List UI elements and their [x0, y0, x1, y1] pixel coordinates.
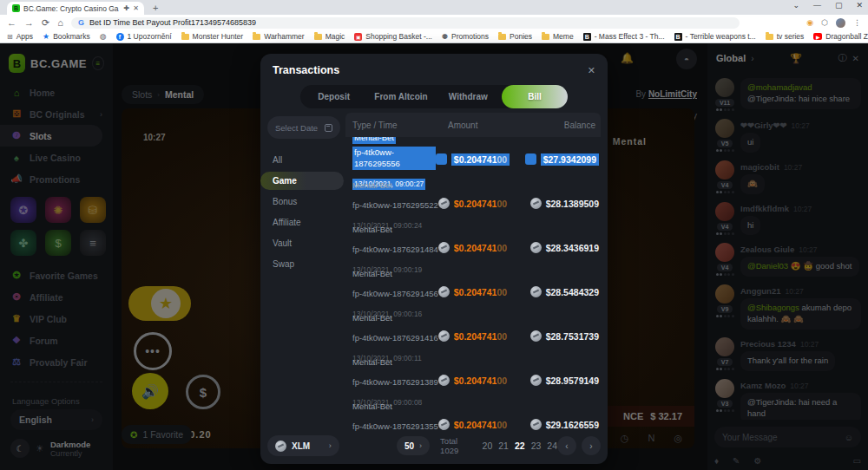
bookmark-folder[interactable]: Monster Hunter — [181, 32, 244, 41]
star-icon: ★ — [43, 32, 49, 41]
table-header: Type / Time Amount Balance — [345, 113, 601, 137]
folder-icon — [181, 34, 189, 40]
bookmark-folder[interactable]: tv series — [766, 32, 805, 41]
page-number[interactable]: 22 — [515, 441, 525, 451]
filter-swap[interactable]: Swap — [260, 255, 345, 273]
bookmark-item[interactable]: B- Mass Effect 3 - Th... — [583, 32, 665, 41]
modal-title: Transactions — [273, 64, 339, 76]
bookmark-folder[interactable]: Warhammer — [253, 32, 304, 41]
transaction-amount-cell: $0.20474100 — [438, 286, 530, 297]
xlm-coin-icon — [438, 286, 450, 297]
reload-icon[interactable]: ⟳ — [42, 18, 49, 28]
transaction-filters: All Game Bonus Affiliate Vault Swap — [260, 151, 345, 276]
transactions-modal: Transactions ✕ Deposit From Altcoin With… — [260, 54, 608, 464]
people-icon: ⚉ — [442, 33, 448, 41]
transaction-balance-cell: $28.7531739 — [530, 330, 601, 342]
folder-icon — [498, 34, 506, 40]
bookmark-folder[interactable]: Meme — [542, 32, 574, 41]
modal-close-icon[interactable]: ✕ — [588, 65, 595, 76]
select-date-button[interactable]: Select Date — [267, 116, 340, 139]
tab-bill[interactable]: Bill — [502, 85, 568, 108]
extension-icon[interactable]: ◉ — [806, 18, 813, 27]
xlm-coin-icon — [436, 153, 447, 165]
facebook-icon: f — [116, 33, 124, 41]
xlm-coin-icon — [530, 286, 542, 297]
forward-icon[interactable]: → — [24, 18, 34, 28]
tab-close-icon[interactable]: ✕ — [133, 5, 139, 12]
xlm-coin-icon — [530, 419, 542, 430]
browser-tab[interactable]: B BC.Game: Crypto Casino Ga ✚ ✕ — [7, 2, 144, 15]
xlm-coin-icon — [438, 198, 450, 209]
transaction-balance-cell: $29.1626559 — [530, 419, 601, 430]
new-tab-button[interactable]: + — [153, 3, 158, 15]
b-site-icon: B — [674, 33, 682, 41]
transaction-balance-cell: $28.1389509 — [530, 198, 601, 209]
tab-from-altcoin[interactable]: From Altcoin — [367, 92, 434, 101]
puzzle-icon[interactable]: ⬡ — [821, 18, 828, 27]
minimize-button[interactable]: — — [813, 1, 821, 10]
bookmark-folder[interactable]: Magic — [314, 32, 345, 41]
bookmarks-bar: ⊞Apps ★Bookmarks ◍ f1 Upozornění Monster… — [0, 30, 868, 43]
bookmarks-shortcut[interactable]: ★Bookmarks — [43, 32, 90, 41]
site-favicon-icon: B — [12, 4, 20, 12]
pagination-pages: 2021222324 — [483, 441, 557, 451]
page-number[interactable]: 21 — [498, 441, 509, 451]
page-size-selector[interactable]: 50 › — [397, 436, 430, 455]
transaction-row[interactable]: Mental-Betfp-4tk0ww-187629135513/10/2021… — [345, 402, 601, 433]
address-bar[interactable]: G Bet ID Time Bet Payout Profit171349574… — [71, 17, 740, 29]
bookmark-item[interactable]: ⚉Promotions — [442, 32, 489, 41]
close-window-button[interactable]: ✕ — [856, 1, 863, 10]
tab-deposit[interactable]: Deposit — [300, 92, 367, 101]
bookmark-item[interactable]: B- Terrible weapons t... — [674, 32, 756, 41]
filter-game[interactable]: Game — [260, 172, 344, 190]
bookmark-item[interactable]: ▶Dragonball Z: Battle... — [813, 32, 868, 41]
bookmark-item[interactable]: ▣Shopping Basket -... — [354, 32, 432, 41]
tab-pin-icon[interactable]: ✚ — [124, 5, 130, 12]
bookmark-facebook[interactable]: f1 Upozornění — [116, 32, 172, 41]
apps-shortcut[interactable]: ⊞Apps — [7, 32, 33, 41]
xlm-coin-icon — [525, 153, 536, 165]
profile-avatar[interactable] — [836, 18, 845, 28]
address-text: Bet ID Time Bet Payout Profit17134957468… — [89, 18, 256, 27]
transaction-amount-cell: $0.20474100 — [436, 153, 525, 166]
xlm-coin-icon — [438, 242, 450, 253]
next-page-button[interactable]: › — [582, 436, 601, 455]
filter-affiliate[interactable]: Affiliate — [260, 213, 345, 232]
home-icon[interactable]: ⌂ — [57, 18, 63, 28]
filter-vault[interactable]: Vault — [260, 234, 345, 252]
transaction-type-cell: Mental-Betfp-4tk0ww-187629135513/10/2021… — [345, 395, 438, 433]
apps-grid-icon: ⊞ — [7, 33, 13, 41]
filter-bonus[interactable]: Bonus — [260, 193, 345, 211]
chevron-right-icon: › — [329, 441, 332, 450]
xlm-coin-icon — [438, 419, 450, 430]
window-controls: ⌄ — ▢ ✕ — [792, 1, 863, 10]
filter-all[interactable]: All — [260, 151, 345, 169]
transaction-balance-cell: $27.9342099 — [525, 153, 601, 166]
xlm-coin-icon — [530, 330, 542, 342]
calendar-icon — [325, 124, 332, 132]
transaction-tabs: Deposit From Altcoin Withdraw Bill — [300, 85, 568, 108]
maximize-button[interactable]: ▢ — [835, 1, 843, 10]
currency-selector[interactable]: XLM › — [267, 435, 339, 456]
xlm-coin-icon — [530, 242, 542, 253]
bookmark-folder[interactable]: Ponies — [498, 32, 532, 41]
google-icon: G — [78, 18, 84, 27]
kebab-menu-icon[interactable]: ⋮ — [853, 18, 861, 27]
page-number[interactable]: 20 — [483, 441, 493, 451]
globe-icon: ◍ — [100, 32, 107, 41]
tab-withdraw[interactable]: Withdraw — [435, 92, 502, 101]
transaction-balance-cell: $28.9579149 — [530, 375, 601, 386]
youtube-icon: ▶ — [813, 33, 822, 40]
page-number[interactable]: 24 — [547, 441, 557, 451]
bookmark-globe[interactable]: ◍ — [100, 32, 107, 41]
folder-icon — [766, 34, 773, 40]
transaction-balance-cell: $28.5484329 — [530, 286, 601, 297]
page-number[interactable]: 23 — [531, 441, 542, 451]
back-icon[interactable]: ← — [7, 18, 16, 28]
prev-page-button[interactable]: ‹ — [557, 436, 576, 455]
modal-footer: XLM › 50 › Total 1029 2021222324 ‹ › — [260, 434, 608, 457]
chevron-right-icon: › — [419, 441, 422, 450]
transaction-amount-cell: $0.20474100 — [438, 198, 530, 209]
transaction-amount-cell: $0.20474100 — [438, 242, 530, 253]
chrome-menu-chevron-icon[interactable]: ⌄ — [792, 1, 799, 10]
